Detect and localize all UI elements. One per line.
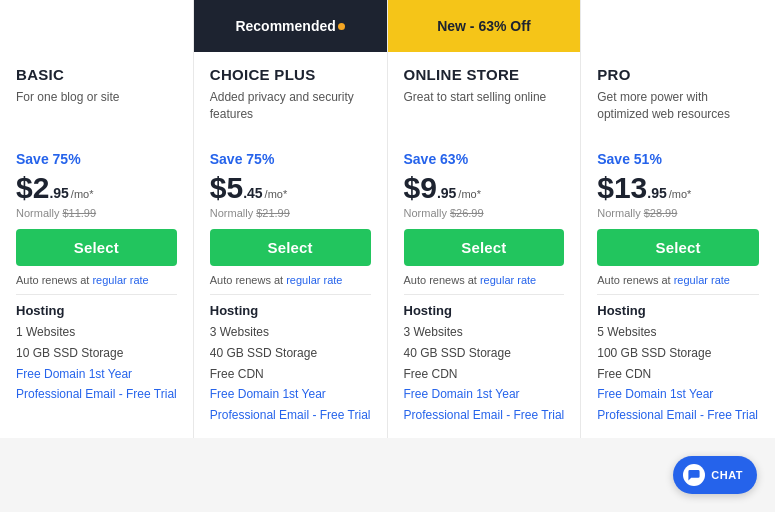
chat-icon [683,464,705,486]
select-button-basic[interactable]: Select [16,229,177,266]
plan-desc: Get more power with optimized web resour… [597,89,759,137]
plan-col-online-store: New - 63% Off ONLINE STORE Great to star… [388,0,582,438]
pricing-grid: BASIC For one blog or site Save 75% $2 .… [0,0,775,438]
price-cents: .95 [49,185,68,201]
price-normal: Normally $26.99 [404,207,565,219]
plan-col-choice-plus: Recommended CHOICE PLUS Added privacy an… [194,0,388,438]
save-pct: Save 51% [597,151,759,167]
plan-content: BASIC For one blog or site Save 75% $2 .… [0,52,193,417]
badge-recommended: Recommended [194,0,387,52]
plan-name: CHOICE PLUS [210,66,371,83]
feature-item: Free CDN [404,366,565,383]
plan-name: PRO [597,66,759,83]
plan-desc: For one blog or site [16,89,177,137]
feature-item[interactable]: Professional Email - Free Trial [404,407,565,424]
regular-rate-link[interactable]: regular rate [286,274,342,286]
price-normal: Normally $21.99 [210,207,371,219]
feature-item: 3 Websites [210,324,371,341]
feature-item[interactable]: Free Domain 1st Year [597,386,759,403]
price-normal: Normally $11.99 [16,207,177,219]
feature-item: 5 Websites [597,324,759,341]
feature-item[interactable]: Free Domain 1st Year [16,366,177,383]
price-row: $5 .45 /mo* [210,171,371,205]
save-pct: Save 75% [16,151,177,167]
auto-renew: Auto renews at regular rate [597,274,759,286]
price-row: $13 .95 /mo* [597,171,759,205]
save-pct: Save 63% [404,151,565,167]
price-cents: .45 [243,185,262,201]
auto-renew: Auto renews at regular rate [16,274,177,286]
plan-col-pro: PRO Get more power with optimized web re… [581,0,775,438]
feature-item[interactable]: Professional Email - Free Trial [210,407,371,424]
price-suffix: /mo* [458,188,481,200]
price-dollar: $13 [597,171,647,205]
price-dollar: $9 [404,171,437,205]
price-row: $9 .95 /mo* [404,171,565,205]
feature-item: Free CDN [210,366,371,383]
regular-rate-link[interactable]: regular rate [92,274,148,286]
hosting-label: Hosting [16,303,177,318]
badge-new-off: New - 63% Off [388,0,581,52]
chat-label: CHAT [711,469,743,481]
feature-item[interactable]: Free Domain 1st Year [404,386,565,403]
select-button-online-store[interactable]: Select [404,229,565,266]
price-cents: .95 [647,185,666,201]
regular-rate-link[interactable]: regular rate [674,274,730,286]
auto-renew: Auto renews at regular rate [404,274,565,286]
plan-desc: Added privacy and security features [210,89,371,137]
plan-content: ONLINE STORE Great to start selling onli… [388,52,581,438]
plan-col-basic: BASIC For one blog or site Save 75% $2 .… [0,0,194,438]
price-normal: Normally $28.99 [597,207,759,219]
hosting-section: Hosting 3 Websites40 GB SSD StorageFree … [404,303,565,424]
hosting-section: Hosting 5 Websites100 GB SSD StorageFree… [597,303,759,424]
price-cents: .95 [437,185,456,201]
price-suffix: /mo* [669,188,692,200]
plan-content: CHOICE PLUS Added privacy and security f… [194,52,387,438]
plan-name: BASIC [16,66,177,83]
auto-renew: Auto renews at regular rate [210,274,371,286]
hosting-section: Hosting 3 Websites40 GB SSD StorageFree … [210,303,371,424]
hosting-label: Hosting [210,303,371,318]
chat-bubble[interactable]: CHAT [673,456,757,494]
hosting-section: Hosting 1 Websites10 GB SSD StorageFree … [16,303,177,403]
plan-content: PRO Get more power with optimized web re… [581,52,775,438]
select-button-choice-plus[interactable]: Select [210,229,371,266]
price-dollar: $2 [16,171,49,205]
price-dollar: $5 [210,171,243,205]
price-suffix: /mo* [265,188,288,200]
feature-item: 3 Websites [404,324,565,341]
feature-item: 10 GB SSD Storage [16,345,177,362]
regular-rate-link[interactable]: regular rate [480,274,536,286]
feature-item: 40 GB SSD Storage [210,345,371,362]
feature-item: Free CDN [597,366,759,383]
hosting-label: Hosting [404,303,565,318]
save-pct: Save 75% [210,151,371,167]
plan-desc: Great to start selling online [404,89,565,137]
feature-item: 100 GB SSD Storage [597,345,759,362]
price-suffix: /mo* [71,188,94,200]
feature-item[interactable]: Professional Email - Free Trial [16,386,177,403]
feature-item[interactable]: Free Domain 1st Year [210,386,371,403]
hosting-label: Hosting [597,303,759,318]
feature-item: 1 Websites [16,324,177,341]
plan-name: ONLINE STORE [404,66,565,83]
select-button-pro[interactable]: Select [597,229,759,266]
feature-item[interactable]: Professional Email - Free Trial [597,407,759,424]
price-row: $2 .95 /mo* [16,171,177,205]
feature-item: 40 GB SSD Storage [404,345,565,362]
